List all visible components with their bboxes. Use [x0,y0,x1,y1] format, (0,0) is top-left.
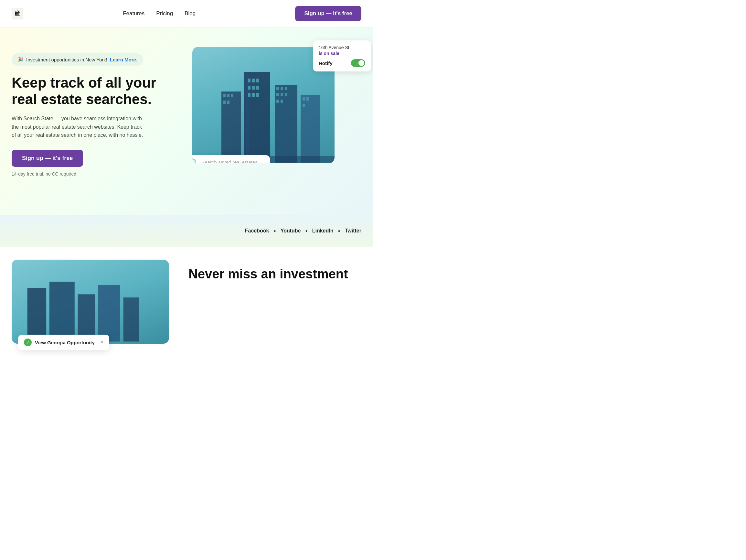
social-youtube[interactable]: Youtube [281,228,301,234]
svg-rect-22 [227,94,229,97]
notify-row: Notify [319,59,365,67]
search-placeholder-text: Search saved real estates [201,160,257,163]
svg-rect-23 [231,94,233,97]
svg-rect-5 [248,86,251,89]
social-dot-3: ● [338,229,340,233]
social-facebook[interactable]: Facebook [245,228,269,234]
svg-rect-13 [281,87,283,90]
social-twitter[interactable]: Twitter [345,228,361,234]
svg-rect-21 [223,94,226,97]
svg-rect-10 [256,93,259,97]
svg-rect-15 [276,93,279,96]
svg-rect-24 [223,101,226,104]
svg-rect-32 [50,282,75,341]
hero-description: With Search State — you have seamless in… [12,114,147,139]
buildings-illustration [192,58,335,163]
hero-section: 🎉 Investment opportunities in New York! … [0,27,373,215]
hero-left: 🎉 Investment opportunities in New York! … [12,47,179,176]
svg-rect-14 [285,87,287,90]
svg-rect-8 [248,93,251,97]
social-dot-2: ● [305,229,307,233]
svg-rect-2 [248,79,251,82]
social-section: Facebook ● Youtube ● LinkedIn ● Twitter [0,215,373,247]
svg-rect-25 [227,101,229,104]
georgia-card [12,260,169,344]
search-icon: 🔍 [192,159,198,163]
announcement-text: Investment opportunities in New York! [26,57,107,62]
second-right: Never miss an investment [189,260,361,282]
svg-rect-31 [27,288,46,342]
close-toast-button[interactable]: × [98,339,104,345]
nav-pricing[interactable]: Pricing [156,10,173,17]
hero-title: Keep track of all your real estate searc… [12,75,167,107]
view-opportunity-text: View Georgia Opportunity [35,340,95,345]
svg-rect-28 [307,97,309,101]
announcement-emoji: 🎉 [18,57,24,62]
notify-address: 16th Avenue St. [319,45,365,50]
hero-signup-button[interactable]: Sign up — it's free [12,150,83,167]
check-icon: ✓ [24,338,32,346]
svg-rect-16 [281,93,283,96]
svg-rect-9 [252,93,255,97]
svg-rect-3 [252,79,255,82]
second-section: ✓ View Georgia Opportunity × Never miss … [0,247,373,363]
georgia-buildings [12,276,169,344]
georgia-image [12,260,169,344]
svg-rect-6 [252,86,255,89]
logo: 🏛 [12,8,23,20]
svg-rect-4 [256,79,259,82]
svg-rect-18 [276,100,279,103]
second-left: ✓ View Georgia Opportunity × [12,260,169,344]
nav-features[interactable]: Features [123,10,144,17]
header: 🏛 Features Pricing Blog Sign up — it's f… [0,0,373,27]
second-title: Never miss an investment [189,266,361,282]
svg-rect-27 [303,97,305,101]
social-linkedin[interactable]: LinkedIn [312,228,334,234]
search-bar[interactable]: 🔍 Search saved real estates [192,155,270,163]
svg-rect-35 [123,298,139,341]
announcement-link[interactable]: Learn More. [110,57,137,62]
svg-rect-34 [98,285,120,341]
announcement-banner: 🎉 Investment opportunities in New York! … [12,53,143,66]
svg-rect-17 [285,93,287,96]
svg-rect-11 [275,85,297,163]
svg-rect-7 [256,86,259,89]
hero-right: 16th Avenue St. is on sale Notify [192,47,361,163]
notify-toggle[interactable] [351,59,365,67]
main-nav: Features Pricing Blog [123,10,196,17]
view-opportunity-toast: ✓ View Georgia Opportunity × [18,335,109,350]
svg-rect-29 [303,104,305,107]
nav-blog[interactable]: Blog [184,10,196,17]
header-signup-button[interactable]: Sign up — it's free [295,6,361,21]
trial-note: 14-day free trial, no CC required. [12,171,179,176]
notify-card: 16th Avenue St. is on sale Notify [313,40,371,72]
notify-sale-status: is on sale [319,51,365,56]
logo-icon: 🏛 [12,8,23,20]
svg-rect-12 [276,87,279,90]
social-links: Facebook ● Youtube ● LinkedIn ● Twitter [245,228,361,234]
svg-rect-19 [281,100,283,103]
notify-label: Notify [319,60,333,66]
social-dot-1: ● [274,229,276,233]
